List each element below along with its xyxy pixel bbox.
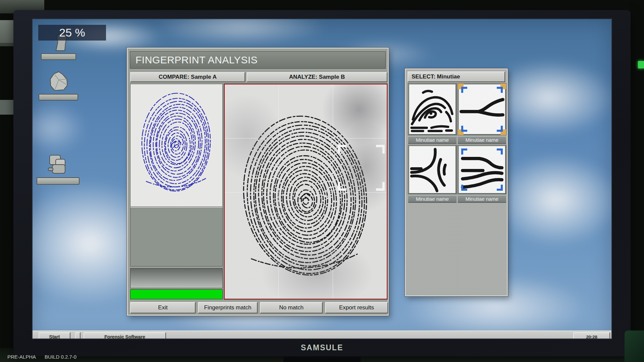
room-right-wall [629,0,644,362]
minutiae-thumb-loop[interactable] [408,83,457,135]
progress-track [130,268,223,288]
exit-button[interactable]: Exit [130,302,196,313]
grid-line [278,84,279,299]
fingerprint-b-image [225,84,387,299]
no-match-button[interactable]: No match [260,302,323,313]
sample-a-print [130,84,223,207]
sample-a-info-panel [130,207,223,266]
loop-minutiae-icon [409,84,455,134]
monitor-bezel: 25 % [13,10,631,356]
selection-bracket-icon [461,126,467,132]
selection-bracket-icon [497,126,503,132]
selection-bracket-icon [497,185,503,191]
bracket-corner-icon [376,182,385,191]
match-progress-badge: 25 % [38,25,106,41]
selection-bracket-icon [497,148,503,155]
scene: 25 % [0,0,644,362]
desktop-icon-printer-stack[interactable] [37,154,80,186]
icon-label-bar [41,53,76,60]
plant-decoration [625,330,644,362]
minutiae-select-panel: SELECT: Minutiae [405,68,508,296]
selection-brackets[interactable] [338,145,385,191]
minutiae-panel-header: SELECT: Minutiae [408,71,505,82]
taskbar-clock: 20:28 [573,332,610,339]
bracket-corner-icon [338,182,346,191]
printer-stack-icon [48,154,70,176]
fingerprint-analysis-window: FINGERPRINT ANALYSIS COMPARE: Sample A A… [127,48,389,316]
room-left-wall [0,0,14,362]
build-stage: PRE-ALPHA [7,354,36,360]
selection-bracket-icon [497,87,503,93]
taskbar: Start Forensic Software 20:28 [33,330,612,339]
monitor-stand [283,356,361,362]
selection-bracket-icon [461,148,467,155]
fingerprint-a-image [130,84,222,206]
paper-ball-icon [49,71,69,93]
minutiae-label: Minutiae name [408,195,457,203]
grid-line [225,192,387,193]
bracket-corner-icon [338,145,346,154]
taskbar-task-forensic-software[interactable]: Forensic Software [84,332,166,339]
selection-bracket-icon [461,87,467,93]
build-version-tag: PRE-ALPHABUILD 0.2.7-0 [7,354,85,360]
minutiae-thumb-bifurcation[interactable] [458,83,506,135]
bracket-corner-icon [376,145,385,154]
analyze-header: ANALYZE: Sample B [247,72,387,82]
minutiae-thumb-trifurcation[interactable] [458,145,506,194]
grid-line [333,84,333,299]
monitor-brand: SAMSULE [13,343,631,352]
compare-header: COMPARE: Sample A [130,72,245,82]
window-title-bar[interactable]: FINGERPRINT ANALYSIS [130,51,386,69]
minutiae-thumb-delta[interactable] [408,145,457,194]
match-progress-bar [130,289,223,299]
power-led [638,61,644,68]
build-version: BUILD 0.2.7-0 [45,354,76,360]
screen: 25 % [32,18,612,339]
export-results-button[interactable]: Export results [325,302,388,313]
minutiae-label: Minutiae name [458,195,506,203]
minutiae-label: Minutiae name [458,136,506,144]
desktop-icon-paper-ball[interactable] [39,71,79,102]
icon-label-bar [39,94,78,101]
taskbar-separator [75,332,80,339]
icon-label-bar [37,177,79,185]
delta-minutiae-icon [409,146,455,193]
selection-bracket-icon [461,185,467,191]
minutiae-label: Minutiae name [408,136,457,144]
window-title: FINGERPRINT ANALYSIS [136,54,258,66]
start-button[interactable]: Start [39,332,70,339]
fingerprints-match-button[interactable]: Fingerprints match [198,302,258,313]
sample-b-print[interactable] [224,84,387,299]
grid-line [225,138,387,138]
